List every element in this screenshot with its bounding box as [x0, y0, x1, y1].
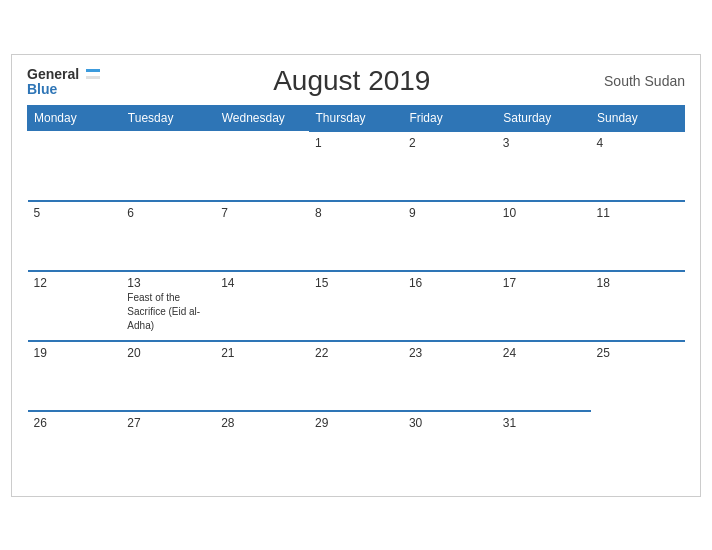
calendar-day-cell: 3 — [497, 131, 591, 201]
logo-blue-text: Blue — [27, 82, 100, 96]
day-number: 24 — [503, 346, 585, 360]
calendar-day-cell: 29 — [309, 411, 403, 481]
calendar-day-cell: 9 — [403, 201, 497, 271]
day-number: 10 — [503, 206, 585, 220]
day-number: 15 — [315, 276, 397, 290]
calendar-week-row: 19202122232425 — [28, 341, 685, 411]
logo-flag-icon — [86, 69, 100, 79]
calendar-day-cell: 31 — [497, 411, 591, 481]
calendar-week-row: 1234 — [28, 131, 685, 201]
day-number: 11 — [597, 206, 679, 220]
day-number: 2 — [409, 136, 491, 150]
day-number: 28 — [221, 416, 303, 430]
day-number: 9 — [409, 206, 491, 220]
calendar-week-row: 567891011 — [28, 201, 685, 271]
calendar-day-cell: 20 — [121, 341, 215, 411]
logo-top: General — [27, 66, 100, 82]
calendar-day-cell: 6 — [121, 201, 215, 271]
day-number: 29 — [315, 416, 397, 430]
calendar-day-cell: 26 — [28, 411, 122, 481]
day-number: 16 — [409, 276, 491, 290]
day-number: 1 — [315, 136, 397, 150]
day-number: 25 — [597, 346, 679, 360]
calendar-day-cell: 22 — [309, 341, 403, 411]
day-number: 19 — [34, 346, 116, 360]
calendar-week-row: 1213Feast of the Sacrifice (Eid al-Adha)… — [28, 271, 685, 341]
weekday-header-row: MondayTuesdayWednesdayThursdayFridaySatu… — [28, 105, 685, 131]
day-number: 20 — [127, 346, 209, 360]
calendar-week-row: 262728293031 — [28, 411, 685, 481]
calendar-day-cell: 10 — [497, 201, 591, 271]
calendar-day-cell: 15 — [309, 271, 403, 341]
weekday-header-tuesday: Tuesday — [121, 105, 215, 131]
calendar-day-cell: 30 — [403, 411, 497, 481]
calendar-day-cell: 14 — [215, 271, 309, 341]
day-number: 4 — [597, 136, 679, 150]
day-number: 7 — [221, 206, 303, 220]
logo: General Blue — [27, 66, 100, 96]
day-number: 17 — [503, 276, 585, 290]
day-number: 12 — [34, 276, 116, 290]
calendar-day-cell: 5 — [28, 201, 122, 271]
calendar-day-cell: 18 — [591, 271, 685, 341]
day-number: 13 — [127, 276, 209, 290]
calendar-day-cell: 28 — [215, 411, 309, 481]
calendar-header: General Blue August 2019 South Sudan — [27, 65, 685, 97]
calendar-day-cell: 19 — [28, 341, 122, 411]
day-number: 3 — [503, 136, 585, 150]
calendar-grid: MondayTuesdayWednesdayThursdayFridaySatu… — [27, 105, 685, 481]
calendar-day-cell: 24 — [497, 341, 591, 411]
day-number: 6 — [127, 206, 209, 220]
calendar-day-cell: 23 — [403, 341, 497, 411]
weekday-header-wednesday: Wednesday — [215, 105, 309, 131]
day-number: 14 — [221, 276, 303, 290]
day-number: 18 — [597, 276, 679, 290]
calendar-day-cell: 16 — [403, 271, 497, 341]
weekday-header-sunday: Sunday — [591, 105, 685, 131]
day-number: 23 — [409, 346, 491, 360]
calendar-day-cell: 8 — [309, 201, 403, 271]
calendar-day-cell: 17 — [497, 271, 591, 341]
weekday-header-thursday: Thursday — [309, 105, 403, 131]
calendar-day-cell — [591, 411, 685, 481]
day-number: 27 — [127, 416, 209, 430]
weekday-header-monday: Monday — [28, 105, 122, 131]
day-number: 31 — [503, 416, 585, 430]
calendar-day-cell — [28, 131, 122, 201]
logo-general-text: General — [27, 66, 79, 82]
day-number: 8 — [315, 206, 397, 220]
day-number: 21 — [221, 346, 303, 360]
day-number: 26 — [34, 416, 116, 430]
day-number: 5 — [34, 206, 116, 220]
calendar-day-cell: 12 — [28, 271, 122, 341]
calendar-day-cell: 21 — [215, 341, 309, 411]
calendar-day-cell: 7 — [215, 201, 309, 271]
event-text: Feast of the Sacrifice (Eid al-Adha) — [127, 292, 200, 331]
weekday-header-friday: Friday — [403, 105, 497, 131]
day-number: 30 — [409, 416, 491, 430]
calendar-day-cell: 13Feast of the Sacrifice (Eid al-Adha) — [121, 271, 215, 341]
weekday-header-saturday: Saturday — [497, 105, 591, 131]
calendar-day-cell — [215, 131, 309, 201]
calendar-day-cell: 25 — [591, 341, 685, 411]
calendar-title: August 2019 — [100, 65, 604, 97]
calendar-day-cell — [121, 131, 215, 201]
calendar-day-cell: 1 — [309, 131, 403, 201]
calendar-wrapper: General Blue August 2019 South Sudan Mon… — [11, 54, 701, 497]
calendar-day-cell: 4 — [591, 131, 685, 201]
calendar-day-cell: 2 — [403, 131, 497, 201]
day-number: 22 — [315, 346, 397, 360]
calendar-day-cell: 27 — [121, 411, 215, 481]
calendar-day-cell: 11 — [591, 201, 685, 271]
calendar-country: South Sudan — [604, 73, 685, 89]
